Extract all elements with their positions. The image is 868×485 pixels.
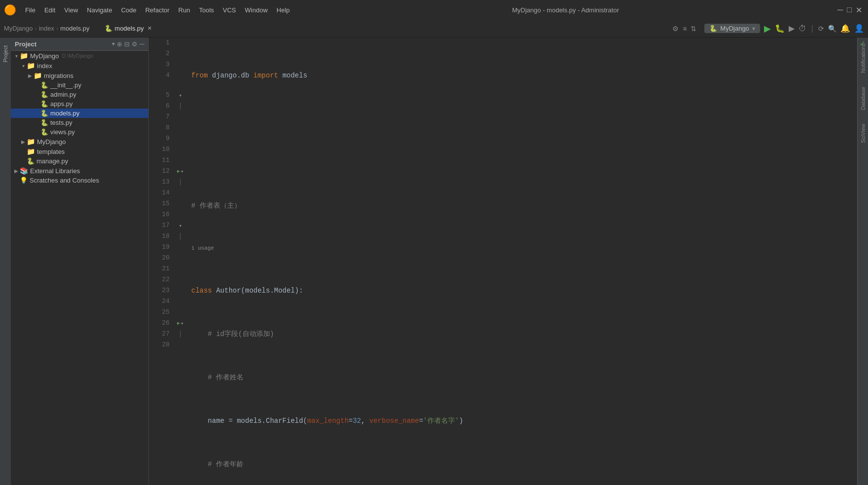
tree-label-mydj: MyDjango — [30, 52, 59, 60]
file-tree: Project ▾ ⊕ ⊟ ⚙ ─ ▾ 📁 MyDjango D:\MyDjan… — [11, 37, 149, 485]
tree-icon-models: 🐍 — [40, 110, 48, 117]
tree-icon-scratches: 💡 — [20, 177, 28, 184]
database-sidebar-label[interactable]: Database — [859, 85, 868, 112]
menu-help[interactable]: Help — [273, 4, 294, 16]
tree-label-migrations: migrations — [44, 72, 73, 79]
tree-label-views: views.py — [50, 128, 75, 136]
code-editor-content[interactable]: from django.db import models # 作者表（主） 1 … — [187, 37, 857, 485]
breadcrumb-file: models.py — [60, 25, 89, 32]
menu-window[interactable]: Window — [241, 4, 272, 16]
filetree-collapse-icon[interactable]: ⊟ — [124, 40, 130, 48]
fold-line-18: | — [178, 232, 182, 240]
tree-icon-extlibs: 📚 — [20, 167, 28, 175]
tree-item-mydj2[interactable]: ▶ 📁 MyDjango — [11, 137, 148, 147]
code-line-8: name = models.CharField(max_length=32, v… — [191, 415, 853, 426]
tab-label: models.py — [115, 25, 144, 32]
left-sidebar-tab[interactable]: Project — [0, 37, 11, 485]
avatar-icon[interactable]: 👤 — [854, 24, 864, 33]
menu-navigate[interactable]: Navigate — [83, 4, 116, 16]
run-config-label: MyDjango — [720, 25, 749, 32]
menu-view[interactable]: View — [60, 4, 82, 16]
menu-file[interactable]: File — [21, 4, 39, 16]
toolbar-icon-settings[interactable]: ⚙ — [672, 25, 679, 33]
tree-label-init: __init__.py — [50, 81, 81, 89]
run-gutter-26[interactable]: ▶ — [177, 320, 180, 326]
tree-item-extlibs[interactable]: ▶ 📚 External Libraries — [11, 166, 148, 176]
tree-item-scratches[interactable]: 💡 Scratches and Consoles — [11, 176, 148, 185]
tree-label-apps: apps.py — [50, 100, 73, 108]
tree-icon-manage: 🐍 — [27, 157, 35, 165]
tree-icon-admin: 🐍 — [40, 91, 48, 98]
run-button[interactable]: ▶ — [764, 23, 771, 34]
menu-vcs[interactable]: VCS — [219, 4, 240, 16]
menu-code[interactable]: Code — [117, 4, 140, 16]
menu-run[interactable]: Run — [174, 4, 194, 16]
coverage-button[interactable]: ▶ — [789, 24, 795, 33]
notifications-icon[interactable]: 🔔 — [840, 24, 850, 33]
tree-icon-init: 🐍 — [40, 81, 48, 89]
breadcrumb-mydj[interactable]: MyDjango — [4, 25, 33, 32]
status-checkmark: ✓ — [857, 39, 868, 47]
run-config-dropdown-icon[interactable]: ▾ — [752, 25, 755, 32]
tree-item-init[interactable]: 🐍 __init__.py — [11, 80, 148, 90]
tree-item-admin[interactable]: 🐍 admin.py — [11, 90, 148, 99]
tree-item-apps[interactable]: 🐍 apps.py — [11, 99, 148, 109]
tree-icon-index: 📁 — [27, 62, 35, 70]
toolbar-icon-structure[interactable]: ≡ — [683, 25, 687, 33]
menu-refactor[interactable]: Refactor — [141, 4, 174, 16]
tab-close-icon[interactable]: ✕ — [147, 25, 152, 32]
tree-item-mydj[interactable]: ▾ 📁 MyDjango D:\MyDjango — [11, 51, 148, 61]
run-gutter-12[interactable]: ▶ — [177, 168, 180, 174]
code-editor[interactable]: 1 2 3 4 5 6 7 8 9 10 11 12 13 14 15 16 1… — [149, 37, 857, 485]
tree-arrow-migrations: ▶ — [27, 73, 34, 78]
tree-item-templates[interactable]: 📁 templates — [11, 147, 148, 156]
filetree-gear-icon[interactable]: ⚙ — [132, 40, 138, 48]
toolbar-sep: | — [811, 24, 813, 33]
breadcrumb-sep2: › — [56, 25, 58, 32]
tree-item-manage[interactable]: 🐍 manage.py — [11, 156, 148, 166]
code-line-9: # 作者年龄 — [191, 459, 853, 470]
tree-icon-mydj: 📁 — [20, 52, 28, 60]
tree-icon-migrations: 📁 — [34, 72, 42, 79]
tree-label-scratches: Scratches and Consoles — [30, 177, 99, 184]
fold-arrow-12[interactable]: ▾ — [180, 168, 184, 175]
tree-item-views[interactable]: 🐍 views.py — [11, 127, 148, 137]
filetree-settings-icon[interactable]: ⊕ — [117, 40, 122, 48]
minimize-button[interactable]: ─ — [837, 5, 843, 14]
tree-label-templates: templates — [37, 148, 65, 155]
main-area: Project Project ▾ ⊕ ⊟ ⚙ ─ ▾ 📁 MyDjango D… — [0, 37, 868, 485]
code-line-7: # 作者姓名 — [191, 372, 853, 383]
tree-item-index[interactable]: ▾ 📁 index — [11, 61, 148, 71]
run-config[interactable]: 🐍 MyDjango ▾ — [704, 24, 760, 33]
tree-label-index: index — [37, 62, 52, 70]
fold-arrow-5[interactable]: ▾ — [179, 92, 182, 99]
tab-models-py[interactable]: 🐍 models.py ✕ — [98, 23, 159, 34]
toolbar-icon-nav[interactable]: ⇅ — [691, 25, 696, 33]
fold-arrow-17[interactable]: ▾ — [179, 223, 182, 229]
maximize-button[interactable]: □ — [847, 5, 852, 14]
menu-tools[interactable]: Tools — [195, 4, 218, 16]
menu-edit[interactable]: Edit — [40, 4, 59, 16]
breadcrumb-index[interactable]: index — [39, 25, 54, 32]
profile-button[interactable]: ⏱ — [799, 24, 806, 33]
code-area[interactable]: 1 2 3 4 5 6 7 8 9 10 11 12 13 14 15 16 1… — [149, 37, 857, 485]
filetree-minus-icon[interactable]: ─ — [139, 40, 144, 48]
tree-item-tests[interactable]: 🐍 tests.py — [11, 118, 148, 127]
vcs-icon[interactable]: ⟳ — [818, 25, 824, 33]
editor-gutter: ▾ | ▶ ▾ | ▾ | — [174, 37, 187, 485]
file-tab-bar: MyDjango › index › models.py 🐍 models.py… — [0, 20, 868, 37]
search-everywhere-icon[interactable]: 🔍 — [828, 25, 836, 33]
filetree-expand-icon[interactable]: ▾ — [112, 40, 115, 47]
filetree-title: Project — [15, 40, 112, 48]
tree-item-migrations[interactable]: ▶ 📁 migrations — [11, 71, 148, 80]
project-sidebar-label[interactable]: Project — [1, 41, 10, 66]
fold-arrow-26[interactable]: ▾ — [180, 320, 184, 327]
top-right-toolbar: ⚙ ≡ ⇅ 🐍 MyDjango ▾ ▶ 🐛 ▶ ⏱ | ⟳ 🔍 🔔 👤 — [672, 23, 864, 34]
tree-suffix-mydj: D:\MyDjango — [62, 53, 94, 59]
window-title: MyDjango - models.py - Administrator — [512, 6, 619, 14]
code-line-3 — [191, 157, 853, 168]
close-button[interactable]: ✕ — [856, 5, 862, 15]
debug-button[interactable]: 🐛 — [775, 24, 785, 33]
sciview-sidebar-label[interactable]: SciView — [859, 122, 868, 145]
tree-item-models[interactable]: 🐍 models.py — [11, 109, 148, 118]
